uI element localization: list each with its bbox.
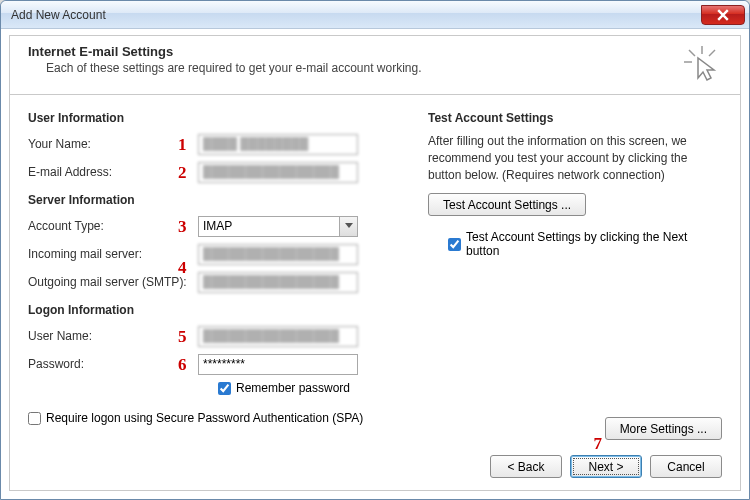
marker-1: 1 <box>178 135 187 155</box>
test-settings-title: Test Account Settings <box>428 111 722 125</box>
remember-password-checkbox[interactable] <box>218 382 231 395</box>
titlebar[interactable]: Add New Account <box>1 1 749 29</box>
remember-password-label: Remember password <box>236 381 350 395</box>
password-input[interactable] <box>198 354 358 375</box>
section-user-info: User Information <box>28 111 398 125</box>
email-input[interactable] <box>198 162 358 183</box>
section-server-info: Server Information <box>28 193 398 207</box>
account-type-value: IMAP <box>203 219 232 233</box>
test-on-next-checkbox[interactable] <box>448 238 461 251</box>
dialog-window: Add New Account Internet E-mail Settings… <box>0 0 750 500</box>
content-pane: User Information Your Name: 1 E-mail Add… <box>9 95 741 491</box>
marker-4: 4 <box>178 258 187 278</box>
spa-label: Require logon using Secure Password Auth… <box>46 411 363 425</box>
footer-buttons: < Back Next > Cancel <box>490 455 722 478</box>
user-name-label: User Name: <box>28 329 198 343</box>
test-account-button[interactable]: Test Account Settings ... <box>428 193 586 216</box>
back-button[interactable]: < Back <box>490 455 562 478</box>
header-pane: Internet E-mail Settings Each of these s… <box>9 35 741 95</box>
marker-6: 6 <box>178 355 187 375</box>
outgoing-label: Outgoing mail server (SMTP): <box>28 275 198 289</box>
cursor-icon <box>682 44 722 84</box>
header-title: Internet E-mail Settings <box>28 44 672 59</box>
left-column: User Information Your Name: 1 E-mail Add… <box>28 109 398 425</box>
test-on-next-label: Test Account Settings by clicking the Ne… <box>466 230 722 258</box>
chevron-down-icon <box>339 217 357 236</box>
marker-2: 2 <box>178 163 187 183</box>
close-icon <box>717 9 729 21</box>
password-label: Password: <box>28 357 198 371</box>
cancel-button[interactable]: Cancel <box>650 455 722 478</box>
email-label: E-mail Address: <box>28 165 198 179</box>
outgoing-input[interactable] <box>198 272 358 293</box>
more-settings-button[interactable]: More Settings ... <box>605 417 722 440</box>
header-subtitle: Each of these settings are required to g… <box>46 61 672 75</box>
your-name-label: Your Name: <box>28 137 198 151</box>
incoming-input[interactable] <box>198 244 358 265</box>
marker-5: 5 <box>178 327 187 347</box>
window-title: Add New Account <box>11 8 701 22</box>
marker-3: 3 <box>178 217 187 237</box>
next-button[interactable]: Next > <box>570 455 642 478</box>
spa-checkbox[interactable] <box>28 412 41 425</box>
incoming-label: Incoming mail server: <box>28 247 198 261</box>
svg-line-2 <box>689 50 695 56</box>
test-settings-desc: After filling out the information on thi… <box>428 133 722 183</box>
section-logon-info: Logon Information <box>28 303 398 317</box>
account-type-label: Account Type: <box>28 219 198 233</box>
close-button[interactable] <box>701 5 745 25</box>
svg-line-3 <box>709 50 715 56</box>
account-type-select[interactable]: IMAP <box>198 216 358 237</box>
user-name-input[interactable] <box>198 326 358 347</box>
right-column: Test Account Settings After filling out … <box>428 109 722 425</box>
marker-7: 7 <box>594 434 603 454</box>
your-name-input[interactable] <box>198 134 358 155</box>
